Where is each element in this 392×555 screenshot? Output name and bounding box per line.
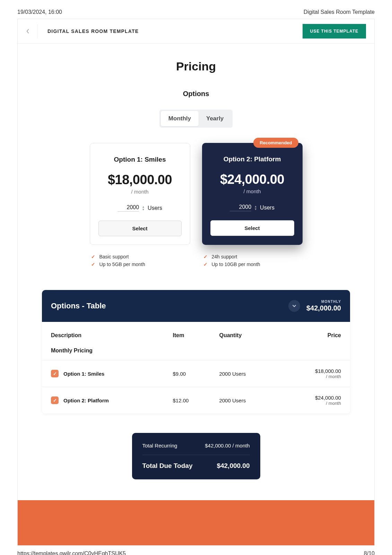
col-header-desc: Description <box>51 332 173 339</box>
period-toggle: Monthly Yearly <box>159 110 233 128</box>
card-title: Option 1: Smiles <box>98 156 182 163</box>
row-price: $24,000.00 <box>277 395 341 401</box>
feature-text: Basic support <box>99 254 129 259</box>
footer-band <box>18 500 374 545</box>
print-footer-url: https://templates.qwilr.com/C0yHEghTSUK5 <box>17 550 126 555</box>
row-per: / month <box>277 401 341 406</box>
table-row: ✓ Option 1: Smiles $9.00 2000 Users $18,… <box>42 360 350 387</box>
feature-list-platform: ✓24h support ✓Up to 10GB per month <box>202 254 303 269</box>
users-label: Users <box>260 205 275 211</box>
row-price: $18,000.00 <box>277 368 341 374</box>
toggle-monthly[interactable]: Monthly <box>161 111 199 126</box>
users-label: Users <box>148 205 162 211</box>
row-checkbox[interactable]: ✓ <box>51 396 59 404</box>
row-qty: 2000 Users <box>219 371 277 377</box>
row-item: $9.00 <box>173 371 219 377</box>
select-button[interactable]: Select <box>210 220 294 236</box>
check-icon: ✓ <box>91 262 95 267</box>
use-template-button[interactable]: USE THIS TEMPLATE <box>303 24 366 39</box>
feature-text: Up to 5GB per month <box>99 262 145 267</box>
card-per: / month <box>98 189 182 195</box>
feature-text: Up to 10GB per month <box>212 262 260 267</box>
stepper-icon[interactable]: ▴▾ <box>255 205 256 211</box>
card-per: / month <box>210 188 294 194</box>
col-header-price: Price <box>277 332 341 339</box>
row-qty: 2000 Users <box>219 398 277 403</box>
users-input[interactable] <box>230 204 251 211</box>
pricing-heading: Pricing <box>42 60 350 73</box>
print-datetime: 19/03/2024, 16:00 <box>17 9 62 15</box>
print-page-number: 8/10 <box>364 550 375 555</box>
print-doc-title: Digital Sales Room Template <box>304 9 375 15</box>
card-price: $24,000.00 <box>210 172 294 187</box>
toggle-yearly[interactable]: Yearly <box>199 111 231 126</box>
topbar: DIGITAL SALES ROOM TEMPLATE USE THIS TEM… <box>18 19 374 44</box>
table-title: Options - Table <box>51 301 106 310</box>
row-checkbox[interactable]: ✓ <box>51 370 59 377</box>
col-header-qty: Quantity <box>219 332 277 339</box>
check-icon: ✓ <box>91 254 95 259</box>
document-frame: DIGITAL SALES ROOM TEMPLATE USE THIS TEM… <box>17 19 375 546</box>
select-button[interactable]: Select <box>98 221 182 236</box>
row-desc: Option 1: Smiles <box>63 371 104 377</box>
row-desc: Option 2: Platform <box>63 398 109 403</box>
check-icon: ✓ <box>203 262 208 267</box>
check-icon: ✓ <box>203 254 208 259</box>
total-due-value: $42,000.00 <box>217 462 250 470</box>
users-input[interactable] <box>117 204 139 212</box>
recommended-badge: Recommended <box>253 138 298 148</box>
total-recurring-value: $42,000.00 / month <box>205 443 250 449</box>
table-row: ✓ Option 2: Platform $12.00 2000 Users $… <box>42 387 350 413</box>
pricing-card-smiles: Option 1: Smiles $18,000.00 / month ▴▾ U… <box>90 143 190 245</box>
collapse-toggle-icon[interactable] <box>288 300 300 312</box>
card-price: $18,000.00 <box>98 172 182 187</box>
topbar-title: DIGITAL SALES ROOM TEMPLATE <box>47 28 139 34</box>
pricing-card-platform: Recommended Option 2: Platform $24,000.0… <box>202 143 303 245</box>
table-section-label: Monthly Pricing <box>42 345 350 360</box>
totals-box: Total Recurring $42,000.00 / month Total… <box>132 433 260 479</box>
feature-text: 24h support <box>212 254 237 259</box>
total-recurring-label: Total Recurring <box>142 443 177 449</box>
totals-divider <box>142 455 250 455</box>
table-period-total: $42,000.00 <box>306 304 341 312</box>
options-table: Options - Table MONTHLY $42,000.00 Descr… <box>42 290 350 413</box>
table-period-label: MONTHLY <box>306 300 341 304</box>
stepper-icon[interactable]: ▴▾ <box>142 205 144 211</box>
row-per: / month <box>277 374 341 379</box>
card-title: Option 2: Platform <box>210 155 294 163</box>
back-chevron-icon[interactable] <box>26 24 38 38</box>
total-due-label: Total Due Today <box>142 462 193 470</box>
row-item: $12.00 <box>173 398 219 403</box>
feature-list-smiles: ✓Basic support ✓Up to 5GB per month <box>90 254 190 269</box>
col-header-item: Item <box>173 332 219 339</box>
options-heading: Options <box>42 90 350 98</box>
